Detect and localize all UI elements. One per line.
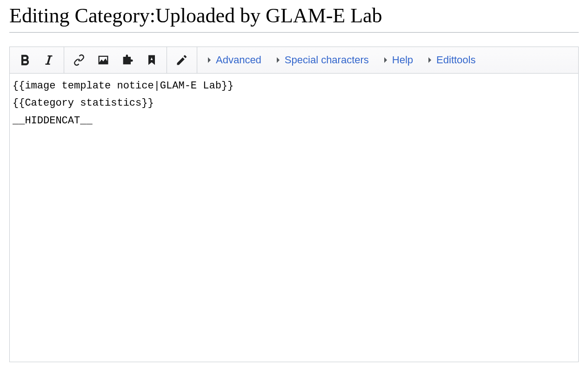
image-button[interactable] bbox=[91, 47, 115, 73]
edittools-link[interactable]: Edittools bbox=[426, 54, 475, 66]
bookmark-icon bbox=[145, 54, 158, 67]
reference-button[interactable] bbox=[115, 47, 140, 73]
wikitext-editor[interactable] bbox=[9, 74, 579, 362]
italic-button[interactable] bbox=[37, 47, 61, 73]
chevron-right-icon bbox=[426, 56, 434, 64]
special-characters-label: Special characters bbox=[285, 54, 369, 66]
advanced-label: Advanced bbox=[216, 54, 261, 66]
image-icon bbox=[97, 54, 110, 67]
format-group bbox=[10, 47, 64, 73]
edittools-label: Edittools bbox=[436, 54, 475, 66]
signature-button[interactable] bbox=[170, 47, 194, 73]
sign-group bbox=[167, 47, 197, 73]
page-title: Editing Category:Uploaded by GLAM-E Lab bbox=[9, 0, 579, 33]
link-icon bbox=[73, 54, 86, 67]
editor-toolbar: Advanced Special characters Help Edittoo… bbox=[9, 47, 579, 74]
insert-group bbox=[64, 47, 167, 73]
chevron-right-icon bbox=[382, 56, 389, 64]
help-link[interactable]: Help bbox=[382, 54, 413, 66]
advanced-link[interactable]: Advanced bbox=[206, 54, 261, 66]
bold-icon bbox=[17, 52, 33, 68]
link-button[interactable] bbox=[67, 47, 91, 73]
toolbar-links: Advanced Special characters Help Edittoo… bbox=[197, 47, 484, 73]
chevron-right-icon bbox=[274, 56, 282, 64]
puzzle-icon bbox=[121, 54, 134, 67]
pencil-icon bbox=[175, 54, 188, 67]
bookmark-button[interactable] bbox=[140, 47, 164, 73]
special-characters-link[interactable]: Special characters bbox=[274, 54, 369, 66]
italic-icon bbox=[42, 53, 56, 67]
chevron-right-icon bbox=[206, 56, 213, 64]
help-label: Help bbox=[392, 54, 413, 66]
bold-button[interactable] bbox=[13, 47, 37, 73]
